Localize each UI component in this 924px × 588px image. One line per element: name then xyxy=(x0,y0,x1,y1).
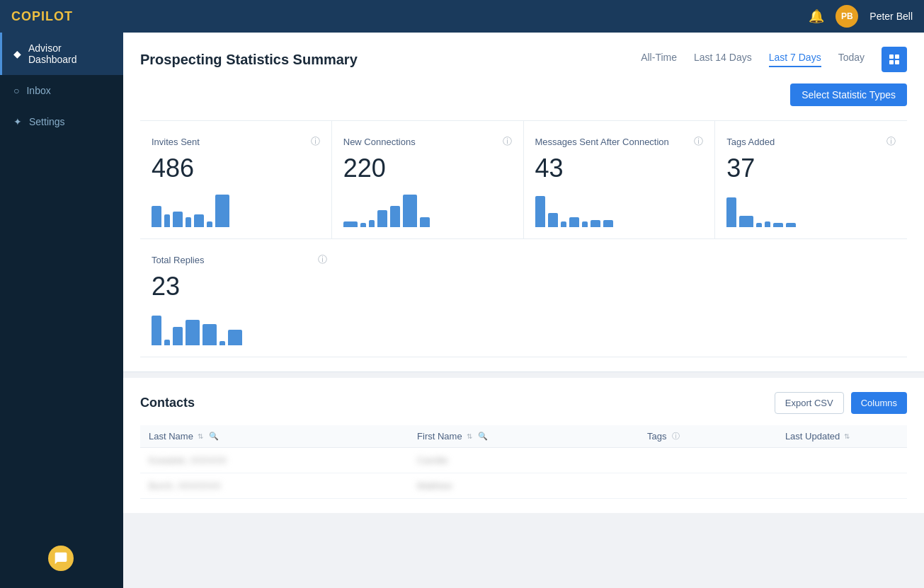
stat-label-row: Invites Sent ⓘ xyxy=(152,135,320,148)
info-icon[interactable]: ⓘ xyxy=(672,431,680,442)
col-last-updated[interactable]: Last Updated ⇅ xyxy=(777,425,907,448)
sort-icon: ⇅ xyxy=(198,432,203,440)
bar xyxy=(786,223,796,227)
stat-label-row: New Connections ⓘ xyxy=(343,135,512,148)
search-icon[interactable]: 🔍 xyxy=(209,432,219,441)
stats-grid: Invites Sent ⓘ 486 xyxy=(140,120,907,239)
bar xyxy=(343,221,358,227)
bar xyxy=(186,320,200,345)
bar xyxy=(164,214,170,227)
stat-label: Total Replies xyxy=(152,255,204,265)
stat-label-row: Tags Added ⓘ xyxy=(726,135,896,148)
bar xyxy=(164,340,170,345)
bar xyxy=(773,223,783,227)
top-nav-right: 🔔 PB Peter Bell xyxy=(809,5,913,28)
table-row[interactable]: Kowalski, XXXXXX Camille xyxy=(140,448,907,473)
stat-card-new-connections: New Connections ⓘ 220 xyxy=(332,121,524,238)
sort-icon: ⇅ xyxy=(467,432,472,440)
stats-header: Prospecting Statistics Summary All-Time … xyxy=(140,47,907,72)
bar xyxy=(369,220,375,227)
bar xyxy=(756,223,762,227)
select-statistic-button[interactable]: Select Statistic Types xyxy=(790,83,907,106)
user-name: Peter Bell xyxy=(869,11,913,22)
bar xyxy=(420,217,430,227)
col-last-name[interactable]: Last Name ⇅ 🔍 xyxy=(140,425,409,448)
stat-label: New Connections xyxy=(343,137,416,147)
tab-all-time[interactable]: All-Time xyxy=(641,52,677,67)
stat-value-tags: 37 xyxy=(726,154,896,183)
sidebar-item-inbox[interactable]: ○ Inbox xyxy=(0,75,123,106)
tab-last-7-days[interactable]: Last 7 Days xyxy=(769,52,821,67)
sidebar-item-label: Inbox xyxy=(26,85,50,96)
app-logo: COPILOT xyxy=(11,9,73,24)
stat-label: Tags Added xyxy=(726,137,775,147)
bar xyxy=(228,330,242,345)
search-icon[interactable]: 🔍 xyxy=(478,432,488,441)
bar xyxy=(582,221,588,227)
bar xyxy=(403,195,417,227)
table-body: Kowalski, XXXXXX Camille Burch, XXXXXXX … xyxy=(140,448,907,499)
bar xyxy=(765,221,770,227)
info-icon-replies[interactable]: ⓘ xyxy=(318,253,327,266)
bar xyxy=(726,197,736,227)
stats-row2: Total Replies ⓘ 23 xyxy=(140,239,907,357)
bar xyxy=(591,220,600,227)
stat-value-messages: 43 xyxy=(535,154,704,183)
cell-first-name: Matthew xyxy=(409,473,639,499)
info-icon-tags[interactable]: ⓘ xyxy=(886,135,896,148)
notification-bell-icon[interactable]: 🔔 xyxy=(809,8,824,24)
stat-card-messages-sent: Messages Sent After Connection ⓘ 43 xyxy=(524,121,716,238)
settings-icon: ✦ xyxy=(13,116,22,127)
tab-last-14-days[interactable]: Last 14 Days xyxy=(694,52,752,67)
cell-tags xyxy=(639,473,777,499)
bar xyxy=(548,213,558,227)
table-row[interactable]: Burch, XXXXXXX Matthew xyxy=(140,473,907,499)
time-tabs: All-Time Last 14 Days Last 7 Days Today xyxy=(641,47,907,72)
bar xyxy=(173,212,183,227)
export-csv-button[interactable]: Export CSV xyxy=(775,392,844,414)
stat-card-invites-sent: Invites Sent ⓘ 486 xyxy=(140,121,332,238)
bar xyxy=(569,217,579,227)
avatar: PB xyxy=(835,5,858,28)
sidebar-item-label: Settings xyxy=(29,116,65,127)
top-nav: COPILOT 🔔 PB Peter Bell xyxy=(0,0,924,33)
col-tags: Tags ⓘ xyxy=(639,425,777,448)
contacts-actions: Export CSV Columns xyxy=(775,392,907,414)
stats-title: Prospecting Statistics Summary xyxy=(140,52,358,68)
bar xyxy=(219,341,225,345)
contacts-title: Contacts xyxy=(140,396,195,410)
chart-replies xyxy=(152,310,327,345)
bar xyxy=(186,217,191,227)
chart-invites xyxy=(152,192,320,227)
sidebar-item-settings[interactable]: ✦ Settings xyxy=(0,106,123,137)
bar xyxy=(377,210,387,227)
sidebar-item-advisor-dashboard[interactable]: ◆ Advisor Dashboard xyxy=(0,33,123,75)
info-icon-connections[interactable]: ⓘ xyxy=(503,135,512,148)
bar xyxy=(152,206,161,227)
sort-icon: ⇅ xyxy=(844,432,850,440)
cell-last-updated xyxy=(777,448,907,473)
chat-bubble-button[interactable] xyxy=(48,546,74,571)
tab-today[interactable]: Today xyxy=(838,52,865,67)
stat-label-row: Messages Sent After Connection ⓘ xyxy=(535,135,704,148)
cell-last-name: Kowalski, XXXXXX xyxy=(140,448,409,473)
stats-section: Prospecting Statistics Summary All-Time … xyxy=(123,33,924,372)
bar xyxy=(215,195,229,227)
contacts-section: Contacts Export CSV Columns Last Name ⇅ … xyxy=(123,378,924,513)
bar xyxy=(360,223,366,227)
table-header: Last Name ⇅ 🔍 First Name ⇅ 🔍 xyxy=(140,425,907,448)
col-first-name[interactable]: First Name ⇅ 🔍 xyxy=(409,425,639,448)
bar xyxy=(603,220,613,227)
grid-view-button[interactable] xyxy=(882,47,907,72)
columns-button[interactable]: Columns xyxy=(851,392,907,414)
bar xyxy=(152,316,161,345)
stat-card-tags-added: Tags Added ⓘ 37 xyxy=(715,121,907,238)
info-icon-invites[interactable]: ⓘ xyxy=(311,135,320,148)
main-layout: ◆ Advisor Dashboard ○ Inbox ✦ Settings P… xyxy=(0,33,924,588)
logo-text: OPILOT xyxy=(21,9,73,23)
cell-last-updated xyxy=(777,473,907,499)
stat-value-replies: 23 xyxy=(152,272,327,301)
info-icon-messages[interactable]: ⓘ xyxy=(694,135,703,148)
svg-rect-3 xyxy=(895,60,899,64)
svg-rect-0 xyxy=(889,54,894,59)
